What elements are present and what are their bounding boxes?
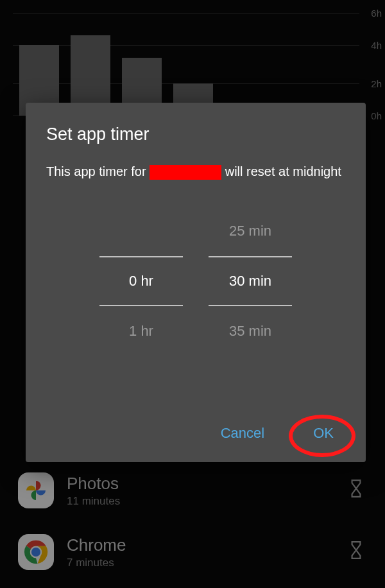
- desc-text-2: will reset at midnight: [221, 164, 341, 178]
- app-timer-dialog: Set app timer This app timer for will re…: [26, 103, 366, 462]
- redacted-app-name: [150, 165, 221, 180]
- minutes-below: 35 min: [209, 306, 292, 356]
- minutes-current[interactable]: 30 min: [209, 256, 292, 306]
- desc-text-1: This app timer for: [46, 164, 150, 178]
- hours-below: 1 hr: [99, 306, 183, 356]
- dialog-title: Set app timer: [46, 125, 345, 144]
- ok-button[interactable]: OK: [302, 420, 345, 447]
- cancel-button[interactable]: Cancel: [209, 420, 276, 447]
- dialog-actions: Cancel OK: [209, 420, 345, 447]
- hours-column[interactable]: 0 hr 1 hr: [99, 206, 183, 356]
- time-picker[interactable]: 0 hr 1 hr 25 min 30 min 35 min: [46, 206, 345, 356]
- minutes-column[interactable]: 25 min 30 min 35 min: [209, 206, 292, 356]
- minutes-above: 25 min: [209, 206, 292, 256]
- hours-current[interactable]: 0 hr: [99, 256, 183, 306]
- hours-above: [99, 206, 183, 256]
- dialog-description: This app timer for will reset at midnigh…: [46, 162, 345, 180]
